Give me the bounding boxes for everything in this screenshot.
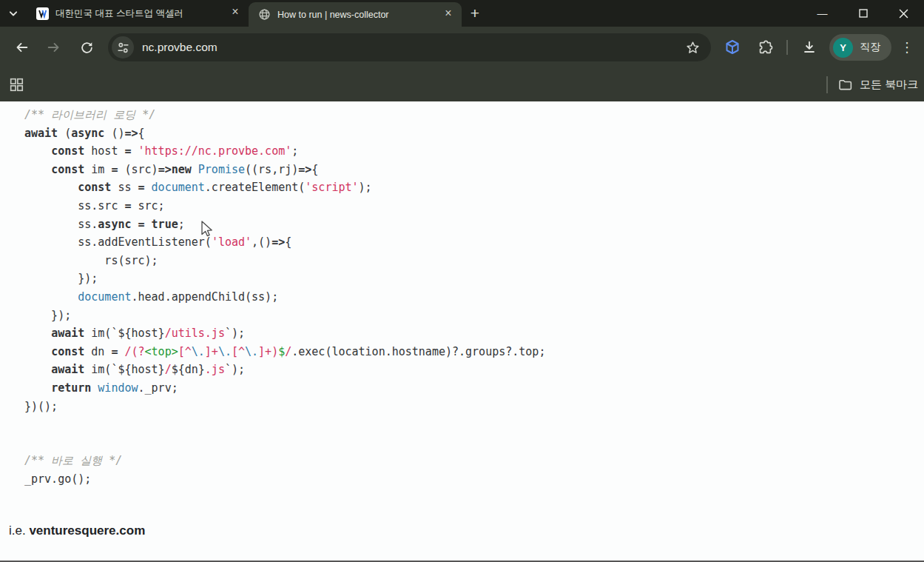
- code-line: })();: [24, 398, 924, 416]
- url-text: nc.provbe.com: [142, 41, 680, 54]
- bookmarks-bar: 모든 북마크: [0, 68, 924, 101]
- close-icon: [899, 9, 908, 19]
- maximize-icon: [859, 9, 868, 18]
- bookmarks-separator: [826, 76, 828, 93]
- avatar: Y: [833, 38, 853, 58]
- code-line: });: [24, 307, 924, 325]
- browser-toolbar: nc.provbe.com Y 직장 ⋮: [0, 27, 924, 68]
- reload-icon: [79, 40, 95, 56]
- code-line: await im(`${host}/utils.js`);: [24, 324, 924, 343]
- download-icon: [801, 39, 817, 56]
- tab-strip: 대한민국 대표 스타트업 액셀러 × How to run | news-col…: [0, 0, 924, 27]
- extensions-button[interactable]: [749, 32, 780, 63]
- bookmark-star-button[interactable]: [680, 35, 705, 60]
- tune-icon: [117, 41, 129, 54]
- tab-title: How to run | news-collector: [277, 10, 434, 20]
- minimize-icon: —: [817, 7, 828, 19]
- code-line: return window._prv;: [24, 379, 924, 398]
- tab-venturesquare[interactable]: 대한민국 대표 스타트업 액셀러 ×: [27, 0, 249, 27]
- profile-label: 직장: [860, 41, 880, 54]
- all-bookmarks-label: 모든 북마크: [860, 78, 918, 92]
- code-line: const im = (src)=>new Promise((rs,rj)=>{: [24, 161, 924, 179]
- code-line: [24, 434, 924, 452]
- downloads-button[interactable]: [794, 32, 825, 63]
- code-line: const ss = document.createElement('scrip…: [24, 178, 924, 197]
- window-maximize-button[interactable]: [843, 0, 883, 27]
- all-bookmarks-button[interactable]: 모든 북마크: [837, 68, 918, 101]
- blue-cube-icon: [724, 39, 741, 56]
- tab-title: 대한민국 대표 스타트업 액셀러: [55, 7, 221, 20]
- code-line: rs(src);: [24, 252, 924, 270]
- apps-grid-icon: [8, 76, 24, 93]
- back-button[interactable]: [6, 32, 37, 63]
- globe-icon: [257, 8, 271, 21]
- page-content: /** 라이브러리 로딩 */await (async ()=>{ const …: [0, 101, 924, 561]
- window-close-button[interactable]: [883, 0, 924, 27]
- apps-button[interactable]: [3, 71, 30, 98]
- reload-button[interactable]: [71, 32, 102, 63]
- profile-chip[interactable]: Y 직장: [829, 34, 891, 61]
- code-line: [24, 415, 924, 434]
- new-tab-button[interactable]: +: [462, 4, 488, 22]
- footer-domain: venturesquere.com: [29, 523, 145, 538]
- chevron-down-icon: [6, 6, 21, 21]
- code-line: const dn = /(?<top>[^\.]+\.[^\.]+)$/.exe…: [24, 343, 924, 361]
- code-line: /** 라이브러리 로딩 */: [24, 106, 924, 124]
- code-block: /** 라이브러리 로딩 */await (async ()=>{ const …: [0, 101, 924, 488]
- code-line: ss.addEventListener('load',()=>{: [24, 233, 924, 252]
- code-line: });: [24, 270, 924, 288]
- example-domain-note: i.e. venturesquere.com: [9, 523, 145, 538]
- tab-news-collector[interactable]: How to run | news-collector ×: [249, 2, 462, 27]
- address-bar[interactable]: nc.provbe.com: [108, 33, 711, 61]
- back-icon: [13, 39, 30, 56]
- star-icon: [685, 40, 701, 56]
- site-info-button[interactable]: [112, 36, 134, 58]
- extension-cube-button[interactable]: [717, 32, 748, 63]
- forward-icon: [46, 39, 62, 56]
- code-line: const host = 'https://nc.provbe.com';: [24, 142, 924, 161]
- tab-close-button[interactable]: ×: [228, 6, 243, 21]
- code-line: _prv.go();: [24, 470, 924, 489]
- code-line: await (async ()=>{: [24, 124, 924, 143]
- browser-menu-button[interactable]: ⋮: [896, 39, 918, 56]
- code-line: document.head.appendChild(ss);: [24, 288, 924, 307]
- tab-close-button[interactable]: ×: [441, 7, 456, 22]
- toolbar-separator: [786, 40, 788, 55]
- code-line: /** 바로 실행 */: [24, 452, 924, 470]
- code-line: ss.async = true;: [24, 215, 924, 234]
- venturesquare-favicon: [36, 7, 49, 20]
- tab-search-button[interactable]: [0, 0, 27, 27]
- window-minimize-button[interactable]: —: [802, 0, 843, 27]
- code-line: ss.src = src;: [24, 197, 924, 215]
- folder-icon: [837, 77, 853, 93]
- code-line: await im(`${host}/${dn}.js`);: [24, 361, 924, 379]
- puzzle-icon: [757, 39, 773, 56]
- footer-prefix: i.e.: [9, 523, 29, 538]
- forward-button[interactable]: [38, 32, 70, 63]
